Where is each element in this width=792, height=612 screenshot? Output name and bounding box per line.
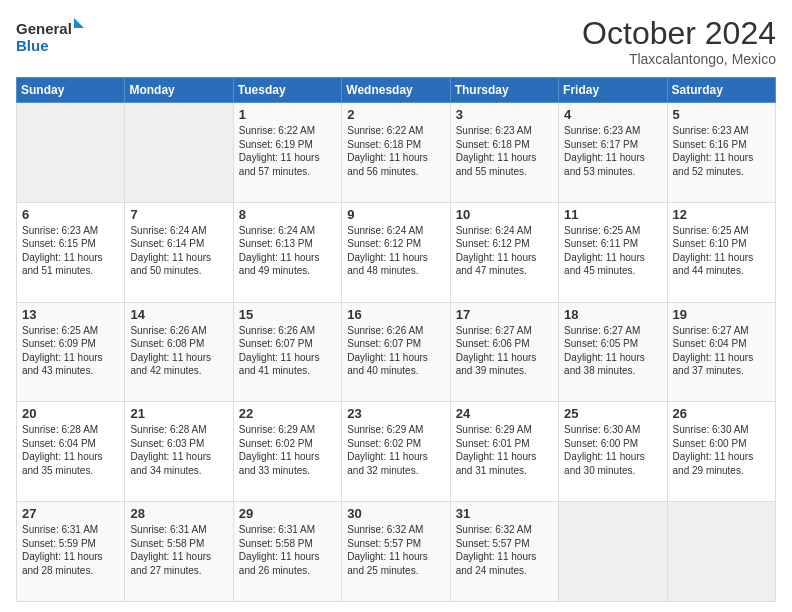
calendar-cell: 14Sunrise: 6:26 AM Sunset: 6:08 PM Dayli… xyxy=(125,302,233,402)
calendar-cell: 25Sunrise: 6:30 AM Sunset: 6:00 PM Dayli… xyxy=(559,402,667,502)
day-number: 5 xyxy=(673,107,770,122)
calendar-cell: 12Sunrise: 6:25 AM Sunset: 6:10 PM Dayli… xyxy=(667,202,775,302)
day-number: 19 xyxy=(673,307,770,322)
day-number: 25 xyxy=(564,406,661,421)
subtitle: Tlaxcalantongo, Mexico xyxy=(582,51,776,67)
day-number: 22 xyxy=(239,406,336,421)
calendar-cell: 7Sunrise: 6:24 AM Sunset: 6:14 PM Daylig… xyxy=(125,202,233,302)
calendar-header-wednesday: Wednesday xyxy=(342,78,450,103)
cell-text: Sunrise: 6:29 AM Sunset: 6:02 PM Dayligh… xyxy=(347,423,444,477)
cell-text: Sunrise: 6:25 AM Sunset: 6:09 PM Dayligh… xyxy=(22,324,119,378)
cell-text: Sunrise: 6:29 AM Sunset: 6:01 PM Dayligh… xyxy=(456,423,553,477)
calendar-week-1: 1Sunrise: 6:22 AM Sunset: 6:19 PM Daylig… xyxy=(17,103,776,203)
cell-text: Sunrise: 6:27 AM Sunset: 6:06 PM Dayligh… xyxy=(456,324,553,378)
calendar-cell: 11Sunrise: 6:25 AM Sunset: 6:11 PM Dayli… xyxy=(559,202,667,302)
cell-text: Sunrise: 6:27 AM Sunset: 6:05 PM Dayligh… xyxy=(564,324,661,378)
day-number: 2 xyxy=(347,107,444,122)
cell-text: Sunrise: 6:23 AM Sunset: 6:18 PM Dayligh… xyxy=(456,124,553,178)
cell-text: Sunrise: 6:28 AM Sunset: 6:04 PM Dayligh… xyxy=(22,423,119,477)
day-number: 1 xyxy=(239,107,336,122)
cell-text: Sunrise: 6:24 AM Sunset: 6:12 PM Dayligh… xyxy=(456,224,553,278)
cell-text: Sunrise: 6:32 AM Sunset: 5:57 PM Dayligh… xyxy=(347,523,444,577)
day-number: 30 xyxy=(347,506,444,521)
day-number: 9 xyxy=(347,207,444,222)
calendar-cell: 21Sunrise: 6:28 AM Sunset: 6:03 PM Dayli… xyxy=(125,402,233,502)
calendar-week-3: 13Sunrise: 6:25 AM Sunset: 6:09 PM Dayli… xyxy=(17,302,776,402)
day-number: 29 xyxy=(239,506,336,521)
calendar-cell: 10Sunrise: 6:24 AM Sunset: 6:12 PM Dayli… xyxy=(450,202,558,302)
calendar-cell: 19Sunrise: 6:27 AM Sunset: 6:04 PM Dayli… xyxy=(667,302,775,402)
calendar-cell: 5Sunrise: 6:23 AM Sunset: 6:16 PM Daylig… xyxy=(667,103,775,203)
cell-text: Sunrise: 6:23 AM Sunset: 6:17 PM Dayligh… xyxy=(564,124,661,178)
cell-text: Sunrise: 6:30 AM Sunset: 6:00 PM Dayligh… xyxy=(564,423,661,477)
calendar-week-5: 27Sunrise: 6:31 AM Sunset: 5:59 PM Dayli… xyxy=(17,502,776,602)
calendar-header-monday: Monday xyxy=(125,78,233,103)
cell-text: Sunrise: 6:26 AM Sunset: 6:07 PM Dayligh… xyxy=(239,324,336,378)
calendar-cell: 8Sunrise: 6:24 AM Sunset: 6:13 PM Daylig… xyxy=(233,202,341,302)
day-number: 14 xyxy=(130,307,227,322)
header: General Blue October 2024 Tlaxcalantongo… xyxy=(16,16,776,67)
day-number: 12 xyxy=(673,207,770,222)
page: General Blue October 2024 Tlaxcalantongo… xyxy=(0,0,792,612)
cell-text: Sunrise: 6:25 AM Sunset: 6:11 PM Dayligh… xyxy=(564,224,661,278)
day-number: 23 xyxy=(347,406,444,421)
calendar-header-thursday: Thursday xyxy=(450,78,558,103)
cell-text: Sunrise: 6:23 AM Sunset: 6:15 PM Dayligh… xyxy=(22,224,119,278)
day-number: 15 xyxy=(239,307,336,322)
day-number: 4 xyxy=(564,107,661,122)
calendar-cell: 31Sunrise: 6:32 AM Sunset: 5:57 PM Dayli… xyxy=(450,502,558,602)
calendar-cell: 27Sunrise: 6:31 AM Sunset: 5:59 PM Dayli… xyxy=(17,502,125,602)
calendar-header-saturday: Saturday xyxy=(667,78,775,103)
calendar-cell: 29Sunrise: 6:31 AM Sunset: 5:58 PM Dayli… xyxy=(233,502,341,602)
main-title: October 2024 xyxy=(582,16,776,51)
calendar-header-sunday: Sunday xyxy=(17,78,125,103)
day-number: 21 xyxy=(130,406,227,421)
day-number: 7 xyxy=(130,207,227,222)
cell-text: Sunrise: 6:22 AM Sunset: 6:19 PM Dayligh… xyxy=(239,124,336,178)
cell-text: Sunrise: 6:27 AM Sunset: 6:04 PM Dayligh… xyxy=(673,324,770,378)
day-number: 13 xyxy=(22,307,119,322)
day-number: 16 xyxy=(347,307,444,322)
cell-text: Sunrise: 6:29 AM Sunset: 6:02 PM Dayligh… xyxy=(239,423,336,477)
calendar-cell xyxy=(17,103,125,203)
calendar-cell: 26Sunrise: 6:30 AM Sunset: 6:00 PM Dayli… xyxy=(667,402,775,502)
cell-text: Sunrise: 6:25 AM Sunset: 6:10 PM Dayligh… xyxy=(673,224,770,278)
calendar-table: SundayMondayTuesdayWednesdayThursdayFrid… xyxy=(16,77,776,602)
calendar-cell: 18Sunrise: 6:27 AM Sunset: 6:05 PM Dayli… xyxy=(559,302,667,402)
day-number: 31 xyxy=(456,506,553,521)
calendar-header-row: SundayMondayTuesdayWednesdayThursdayFrid… xyxy=(17,78,776,103)
calendar-header-friday: Friday xyxy=(559,78,667,103)
calendar-cell: 2Sunrise: 6:22 AM Sunset: 6:18 PM Daylig… xyxy=(342,103,450,203)
calendar-cell: 20Sunrise: 6:28 AM Sunset: 6:04 PM Dayli… xyxy=(17,402,125,502)
calendar-cell: 28Sunrise: 6:31 AM Sunset: 5:58 PM Dayli… xyxy=(125,502,233,602)
cell-text: Sunrise: 6:24 AM Sunset: 6:13 PM Dayligh… xyxy=(239,224,336,278)
cell-text: Sunrise: 6:31 AM Sunset: 5:58 PM Dayligh… xyxy=(130,523,227,577)
cell-text: Sunrise: 6:31 AM Sunset: 5:59 PM Dayligh… xyxy=(22,523,119,577)
day-number: 26 xyxy=(673,406,770,421)
day-number: 8 xyxy=(239,207,336,222)
svg-marker-2 xyxy=(74,18,84,28)
cell-text: Sunrise: 6:32 AM Sunset: 5:57 PM Dayligh… xyxy=(456,523,553,577)
title-block: October 2024 Tlaxcalantongo, Mexico xyxy=(582,16,776,67)
calendar-week-2: 6Sunrise: 6:23 AM Sunset: 6:15 PM Daylig… xyxy=(17,202,776,302)
day-number: 10 xyxy=(456,207,553,222)
cell-text: Sunrise: 6:28 AM Sunset: 6:03 PM Dayligh… xyxy=(130,423,227,477)
cell-text: Sunrise: 6:30 AM Sunset: 6:00 PM Dayligh… xyxy=(673,423,770,477)
day-number: 6 xyxy=(22,207,119,222)
calendar-cell: 30Sunrise: 6:32 AM Sunset: 5:57 PM Dayli… xyxy=(342,502,450,602)
calendar-cell: 13Sunrise: 6:25 AM Sunset: 6:09 PM Dayli… xyxy=(17,302,125,402)
calendar-cell: 4Sunrise: 6:23 AM Sunset: 6:17 PM Daylig… xyxy=(559,103,667,203)
calendar-cell xyxy=(559,502,667,602)
calendar-cell: 17Sunrise: 6:27 AM Sunset: 6:06 PM Dayli… xyxy=(450,302,558,402)
calendar-cell: 24Sunrise: 6:29 AM Sunset: 6:01 PM Dayli… xyxy=(450,402,558,502)
calendar-header-tuesday: Tuesday xyxy=(233,78,341,103)
calendar-cell: 22Sunrise: 6:29 AM Sunset: 6:02 PM Dayli… xyxy=(233,402,341,502)
logo: General Blue xyxy=(16,16,86,56)
calendar-cell: 3Sunrise: 6:23 AM Sunset: 6:18 PM Daylig… xyxy=(450,103,558,203)
cell-text: Sunrise: 6:26 AM Sunset: 6:07 PM Dayligh… xyxy=(347,324,444,378)
calendar-cell: 23Sunrise: 6:29 AM Sunset: 6:02 PM Dayli… xyxy=(342,402,450,502)
cell-text: Sunrise: 6:31 AM Sunset: 5:58 PM Dayligh… xyxy=(239,523,336,577)
cell-text: Sunrise: 6:22 AM Sunset: 6:18 PM Dayligh… xyxy=(347,124,444,178)
svg-text:General: General xyxy=(16,20,72,37)
cell-text: Sunrise: 6:24 AM Sunset: 6:12 PM Dayligh… xyxy=(347,224,444,278)
